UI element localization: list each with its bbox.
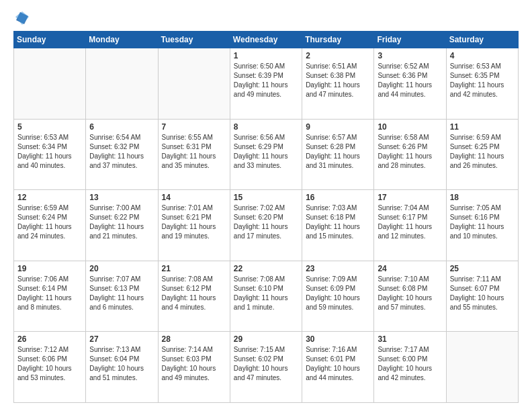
calendar-cell: 7Sunrise: 6:55 AMSunset: 6:31 PMDaylight… [158,119,230,190]
calendar-week-4: 26Sunrise: 7:12 AMSunset: 6:06 PMDayligh… [14,332,519,403]
day-number: 26 [17,334,82,344]
day-number: 31 [378,334,442,344]
calendar-cell: 25Sunrise: 7:11 AMSunset: 6:07 PMDayligh… [446,261,518,332]
day-number: 21 [162,264,226,273]
day-info: Sunrise: 6:59 AMSunset: 6:24 PMDaylight:… [17,203,82,241]
calendar-cell: 22Sunrise: 7:08 AMSunset: 6:10 PMDayligh… [230,261,302,332]
calendar-cell: 3Sunrise: 6:52 AMSunset: 6:36 PMDaylight… [374,48,446,120]
day-number: 17 [378,193,442,202]
day-info: Sunrise: 6:53 AMSunset: 6:34 PMDaylight:… [17,133,82,171]
day-info: Sunrise: 6:52 AMSunset: 6:36 PMDaylight:… [378,62,442,99]
calendar-cell: 29Sunrise: 7:15 AMSunset: 6:02 PMDayligh… [230,332,302,403]
day-info: Sunrise: 7:06 AMSunset: 6:14 PMDaylight:… [17,275,82,312]
weekday-header-friday: Friday [374,32,446,48]
calendar-cell: 11Sunrise: 6:59 AMSunset: 6:25 PMDayligh… [446,119,518,190]
day-info: Sunrise: 6:50 AMSunset: 6:39 PMDaylight:… [234,62,298,99]
calendar-cell: 27Sunrise: 7:13 AMSunset: 6:04 PMDayligh… [86,332,158,403]
calendar-table: SundayMondayTuesdayWednesdayThursdayFrid… [13,31,519,403]
calendar-cell: 20Sunrise: 7:07 AMSunset: 6:13 PMDayligh… [86,261,158,332]
day-number: 12 [17,193,82,202]
calendar-cell: 8Sunrise: 6:56 AMSunset: 6:29 PMDaylight… [230,119,302,190]
day-number: 24 [378,264,442,273]
day-number: 25 [450,264,515,273]
day-info: Sunrise: 7:12 AMSunset: 6:06 PMDaylight:… [17,345,82,383]
day-info: Sunrise: 6:58 AMSunset: 6:26 PMDaylight:… [378,133,442,171]
day-info: Sunrise: 6:53 AMSunset: 6:35 PMDaylight:… [450,62,515,99]
day-info: Sunrise: 7:00 AMSunset: 6:22 PMDaylight:… [89,203,154,241]
day-number: 20 [89,264,154,273]
day-info: Sunrise: 6:56 AMSunset: 6:29 PMDaylight:… [234,133,298,171]
calendar-cell: 17Sunrise: 7:04 AMSunset: 6:17 PMDayligh… [374,190,446,261]
page: SundayMondayTuesdayWednesdayThursdayFrid… [0,0,532,411]
calendar-cell [86,48,158,120]
calendar-cell: 14Sunrise: 7:01 AMSunset: 6:21 PMDayligh… [158,190,230,261]
calendar-week-1: 5Sunrise: 6:53 AMSunset: 6:34 PMDaylight… [14,119,519,190]
svg-marker-1 [15,11,29,25]
day-number: 23 [306,264,370,273]
weekday-header-row: SundayMondayTuesdayWednesdayThursdayFrid… [14,32,519,48]
day-info: Sunrise: 7:08 AMSunset: 6:10 PMDaylight:… [234,275,298,312]
day-number: 5 [17,122,82,132]
day-info: Sunrise: 6:57 AMSunset: 6:28 PMDaylight:… [306,133,370,171]
calendar-cell: 23Sunrise: 7:09 AMSunset: 6:09 PMDayligh… [302,261,374,332]
calendar-cell: 15Sunrise: 7:02 AMSunset: 6:20 PMDayligh… [230,190,302,261]
day-number: 3 [378,51,442,60]
day-number: 9 [306,122,370,132]
calendar-cell: 24Sunrise: 7:10 AMSunset: 6:08 PMDayligh… [374,261,446,332]
calendar-cell: 12Sunrise: 6:59 AMSunset: 6:24 PMDayligh… [14,190,86,261]
day-info: Sunrise: 7:16 AMSunset: 6:01 PMDaylight:… [306,345,370,383]
day-number: 10 [378,122,442,132]
weekday-header-tuesday: Tuesday [158,32,230,48]
day-info: Sunrise: 7:05 AMSunset: 6:16 PMDaylight:… [450,203,515,241]
day-info: Sunrise: 7:07 AMSunset: 6:13 PMDaylight:… [89,275,154,312]
calendar-cell: 16Sunrise: 7:03 AMSunset: 6:18 PMDayligh… [302,190,374,261]
day-info: Sunrise: 6:51 AMSunset: 6:38 PMDaylight:… [306,62,370,99]
day-number: 1 [234,51,298,60]
day-info: Sunrise: 7:10 AMSunset: 6:08 PMDaylight:… [378,275,442,312]
calendar-cell: 2Sunrise: 6:51 AMSunset: 6:38 PMDaylight… [302,48,374,120]
day-number: 30 [306,334,370,344]
calendar-cell [14,48,86,120]
day-info: Sunrise: 7:09 AMSunset: 6:09 PMDaylight:… [306,275,370,312]
day-number: 15 [234,193,298,202]
day-number: 19 [17,264,82,273]
weekday-header-sunday: Sunday [14,32,86,48]
day-number: 6 [89,122,154,132]
day-info: Sunrise: 7:02 AMSunset: 6:20 PMDaylight:… [234,203,298,241]
day-number: 18 [450,193,515,202]
calendar-cell [158,48,230,120]
day-info: Sunrise: 7:04 AMSunset: 6:17 PMDaylight:… [378,203,442,241]
calendar-cell: 28Sunrise: 7:14 AMSunset: 6:03 PMDayligh… [158,332,230,403]
calendar-cell: 4Sunrise: 6:53 AMSunset: 6:35 PMDaylight… [446,48,518,120]
day-info: Sunrise: 7:15 AMSunset: 6:02 PMDaylight:… [234,345,298,383]
day-info: Sunrise: 6:55 AMSunset: 6:31 PMDaylight:… [162,133,226,171]
day-number: 4 [450,51,515,60]
day-number: 22 [234,264,298,273]
day-number: 29 [234,334,298,344]
calendar-cell: 18Sunrise: 7:05 AMSunset: 6:16 PMDayligh… [446,190,518,261]
day-info: Sunrise: 7:11 AMSunset: 6:07 PMDaylight:… [450,275,515,312]
day-number: 11 [450,122,515,132]
day-number: 27 [89,334,154,344]
weekday-header-wednesday: Wednesday [230,32,302,48]
weekday-header-thursday: Thursday [302,32,374,48]
weekday-header-monday: Monday [86,32,158,48]
calendar-week-3: 19Sunrise: 7:06 AMSunset: 6:14 PMDayligh… [14,261,519,332]
calendar-cell: 30Sunrise: 7:16 AMSunset: 6:01 PMDayligh… [302,332,374,403]
calendar-cell [446,332,518,403]
day-number: 14 [162,193,226,202]
day-info: Sunrise: 7:03 AMSunset: 6:18 PMDaylight:… [306,203,370,241]
day-number: 28 [162,334,226,344]
day-info: Sunrise: 7:08 AMSunset: 6:12 PMDaylight:… [162,275,226,312]
calendar-cell: 1Sunrise: 6:50 AMSunset: 6:39 PMDaylight… [230,48,302,120]
weekday-header-saturday: Saturday [446,32,518,48]
calendar-cell: 26Sunrise: 7:12 AMSunset: 6:06 PMDayligh… [14,332,86,403]
calendar-cell: 10Sunrise: 6:58 AMSunset: 6:26 PMDayligh… [374,119,446,190]
header [13,11,519,26]
day-number: 8 [234,122,298,132]
day-info: Sunrise: 7:13 AMSunset: 6:04 PMDaylight:… [89,345,154,383]
calendar-cell: 21Sunrise: 7:08 AMSunset: 6:12 PMDayligh… [158,261,230,332]
calendar-cell: 13Sunrise: 7:00 AMSunset: 6:22 PMDayligh… [86,190,158,261]
day-info: Sunrise: 7:14 AMSunset: 6:03 PMDaylight:… [162,345,226,383]
calendar-cell: 19Sunrise: 7:06 AMSunset: 6:14 PMDayligh… [14,261,86,332]
